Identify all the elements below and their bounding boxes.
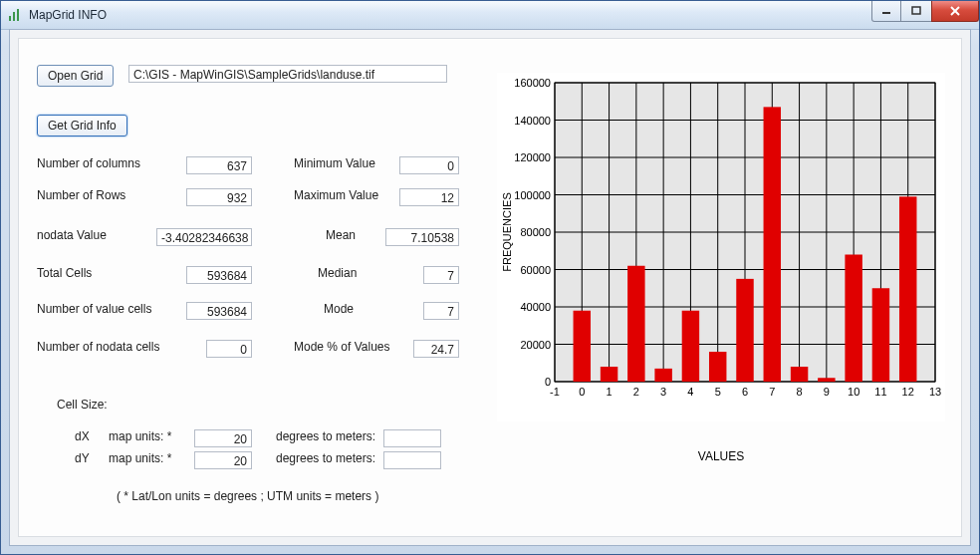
svg-rect-69 <box>899 196 916 382</box>
max-label: Maximum Value <box>294 188 378 202</box>
value-cells-value[interactable]: 593684 <box>186 302 252 320</box>
svg-text:120000: 120000 <box>514 151 551 163</box>
svg-rect-61 <box>682 311 699 382</box>
svg-text:10: 10 <box>848 386 859 398</box>
dx-deg2m-value[interactable] <box>383 429 441 447</box>
svg-text:13: 13 <box>929 386 941 398</box>
dx-label: dX <box>75 429 90 443</box>
dy-value[interactable]: 20 <box>194 451 252 469</box>
svg-text:60000: 60000 <box>520 264 551 276</box>
grid-path-input[interactable]: C:\GIS - MapWinGIS\SampleGrids\landuse.t… <box>128 65 447 83</box>
svg-rect-67 <box>845 255 861 383</box>
svg-text:100000: 100000 <box>514 189 551 201</box>
svg-text:80000: 80000 <box>520 226 551 238</box>
inner-panel: Open Grid C:\GIS - MapWinGIS\SampleGrids… <box>18 38 962 537</box>
dy-deg2m-label: degrees to meters: <box>276 451 375 465</box>
num-rows-value[interactable]: 932 <box>186 188 252 206</box>
svg-rect-0 <box>9 16 11 21</box>
svg-text:140000: 140000 <box>514 115 551 127</box>
mode-value[interactable]: 7 <box>423 302 459 320</box>
modepct-value[interactable]: 24.7 <box>413 340 459 358</box>
svg-text:160000: 160000 <box>514 77 551 89</box>
svg-rect-59 <box>627 266 644 382</box>
svg-rect-2 <box>17 9 19 21</box>
svg-text:11: 11 <box>874 386 886 398</box>
num-columns-label: Number of columns <box>37 156 140 170</box>
footnote: ( * Lat/Lon units = degrees ; UTM units … <box>117 489 378 503</box>
svg-rect-60 <box>654 369 671 382</box>
dy-deg2m-value[interactable] <box>383 451 441 469</box>
svg-text:3: 3 <box>660 386 666 398</box>
svg-text:2: 2 <box>633 386 639 398</box>
total-cells-label: Total Cells <box>37 266 92 280</box>
dx-mapunits-label: map units: * <box>109 429 171 443</box>
svg-text:20000: 20000 <box>520 339 551 351</box>
num-rows-label: Number of Rows <box>37 188 125 202</box>
window-title: MapGrid INFO <box>29 8 107 22</box>
max-value[interactable]: 12 <box>399 188 459 206</box>
svg-text:6: 6 <box>742 386 748 398</box>
maximize-button[interactable] <box>900 1 932 22</box>
svg-rect-64 <box>764 107 781 382</box>
nodata-label: nodata Value <box>37 228 107 242</box>
min-label: Minimum Value <box>294 156 375 170</box>
svg-text:-1: -1 <box>550 386 560 398</box>
median-label: Median <box>318 266 357 280</box>
svg-text:40000: 40000 <box>520 301 551 313</box>
nodata-value[interactable]: -3.40282346638 <box>156 228 252 246</box>
svg-rect-57 <box>574 311 591 382</box>
get-grid-info-button[interactable]: Get Grid Info <box>37 115 127 137</box>
svg-rect-68 <box>872 288 889 382</box>
close-button[interactable] <box>931 1 979 22</box>
num-columns-value[interactable]: 637 <box>186 156 252 174</box>
value-cells-label: Number of value cells <box>37 302 151 316</box>
mean-value[interactable]: 7.10538 <box>385 228 459 246</box>
open-grid-button[interactable]: Open Grid <box>37 65 114 87</box>
svg-rect-63 <box>736 279 753 382</box>
app-icon <box>7 7 23 23</box>
dx-value[interactable]: 20 <box>194 429 252 447</box>
svg-text:0: 0 <box>579 386 585 398</box>
histogram-chart: 0200004000060000800001000001200001400001… <box>497 73 945 421</box>
svg-text:7: 7 <box>769 386 775 398</box>
svg-rect-62 <box>709 352 726 382</box>
nodata-cells-label: Number of nodata cells <box>37 340 159 354</box>
svg-rect-3 <box>882 12 890 14</box>
svg-text:4: 4 <box>687 386 693 398</box>
window-controls <box>872 1 979 22</box>
svg-text:5: 5 <box>715 386 721 398</box>
titlebar[interactable]: MapGrid INFO <box>1 1 979 30</box>
app-window: MapGrid INFO Open Grid C:\GIS - MapWinGI… <box>0 0 980 555</box>
svg-rect-4 <box>912 7 920 14</box>
dx-deg2m-label: degrees to meters: <box>276 429 375 443</box>
chart-xlabel: VALUES <box>497 449 945 463</box>
total-cells-value[interactable]: 593684 <box>186 266 252 284</box>
svg-rect-58 <box>601 367 617 382</box>
mode-label: Mode <box>324 302 354 316</box>
svg-rect-66 <box>818 378 835 382</box>
svg-rect-1 <box>13 12 15 21</box>
svg-text:12: 12 <box>902 386 914 398</box>
svg-text:9: 9 <box>824 386 830 398</box>
dy-mapunits-label: map units: * <box>109 451 171 465</box>
median-value[interactable]: 7 <box>423 266 459 284</box>
svg-text:1: 1 <box>607 386 612 398</box>
modepct-label: Mode % of Values <box>294 340 390 354</box>
cellsize-label: Cell Size: <box>57 398 108 412</box>
svg-text:8: 8 <box>797 386 803 398</box>
nodata-cells-value[interactable]: 0 <box>206 340 252 358</box>
client-area: Open Grid C:\GIS - MapWinGIS\SampleGrids… <box>9 29 971 546</box>
dy-label: dY <box>75 451 90 465</box>
svg-text:FREQUENCIES: FREQUENCIES <box>501 192 513 271</box>
mean-label: Mean <box>326 228 356 242</box>
minimize-button[interactable] <box>871 1 901 22</box>
svg-rect-65 <box>791 367 808 382</box>
min-value[interactable]: 0 <box>399 156 459 174</box>
